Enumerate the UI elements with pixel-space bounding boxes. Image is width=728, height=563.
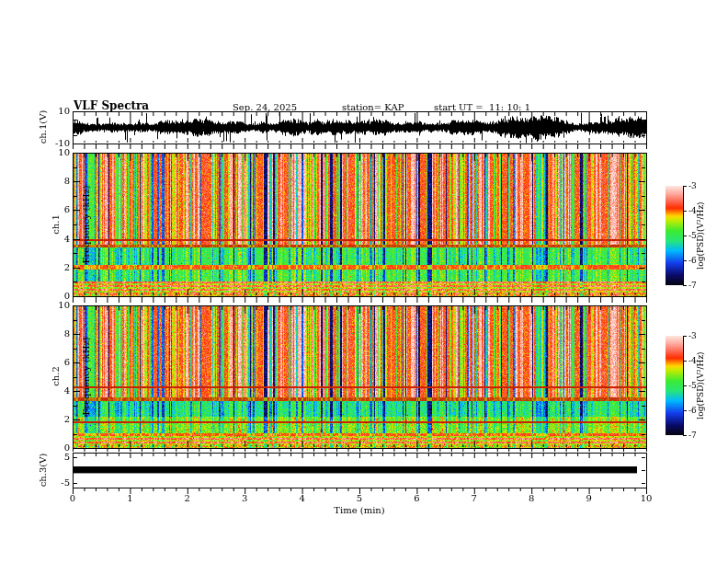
- vlf-spectra-figure: VLF Spectra Sep. 24, 2025 station= KAP s…: [0, 0, 728, 563]
- x-tick-label: 1: [116, 493, 143, 503]
- freq-tick-label: 2: [46, 262, 70, 272]
- x-tick-label: 5: [346, 493, 373, 503]
- x-tick-label: 4: [289, 493, 316, 503]
- colorbar-tick-label: -4: [688, 206, 709, 216]
- freq-tick-label: 10: [46, 147, 70, 157]
- freq-tick-label: 4: [46, 234, 70, 244]
- x-tick-label: 2: [174, 493, 201, 503]
- colorbar-tick-label: -6: [688, 256, 709, 266]
- freq-tick-label: 4: [46, 385, 70, 396]
- colorbar-tick-label: -7: [688, 431, 709, 441]
- header-date: Sep. 24, 2025: [233, 102, 297, 112]
- x-tick-label: 6: [403, 493, 430, 503]
- freq-tick-label: 6: [46, 204, 70, 214]
- figure-title: VLF Spectra: [74, 99, 149, 112]
- ch2-frequency-axis-label-line2: Frequency (kHz): [81, 326, 91, 427]
- ch1-frequency-axis-label-line1: ch.1: [51, 174, 61, 275]
- voltage-tick-label: 10: [46, 106, 70, 116]
- voltage-tick-label: -10: [46, 138, 70, 148]
- x-tick-label: 9: [575, 493, 603, 503]
- voltage-tick-label: -5: [46, 477, 70, 488]
- header-station: station= KAP: [342, 102, 404, 112]
- header-start-ut: start UT = 11: 10: 1: [434, 102, 530, 112]
- freq-tick-label: 10: [46, 300, 70, 310]
- ch2-frequency-axis-label-line1: ch.2: [51, 326, 61, 427]
- ch1-frequency-axis-label-line2: Frequency (kHz): [81, 174, 91, 275]
- freq-tick-label: 6: [46, 357, 70, 367]
- colorbar-tick-label: -5: [688, 231, 709, 241]
- x-tick-label: 10: [632, 493, 660, 503]
- freq-tick-label: 8: [46, 176, 70, 186]
- x-tick-label: 0: [59, 493, 86, 503]
- voltage-tick-label: 5: [46, 452, 70, 462]
- x-tick-label: 3: [231, 493, 258, 503]
- colorbar-tick-label: -5: [688, 381, 709, 391]
- x-tick-label: 8: [518, 493, 545, 503]
- freq-tick-label: 2: [46, 414, 70, 424]
- ch2-frequency-axis-label: ch.2 Frequency (kHz): [30, 326, 51, 427]
- colorbar-tick-label: -3: [688, 331, 709, 341]
- freq-tick-label: 8: [46, 328, 70, 339]
- colorbar-tick-label: -3: [688, 181, 709, 191]
- x-tick-label: 7: [461, 493, 488, 503]
- ch1-frequency-axis-label: ch.1 Frequency (kHz): [30, 174, 51, 275]
- time-axis-label: Time (min): [304, 505, 415, 515]
- colorbar-tick-label: -6: [688, 406, 709, 416]
- colorbar-tick-label: -7: [688, 281, 709, 291]
- axes-overlay: [0, 0, 728, 563]
- colorbar-tick-label: -4: [688, 356, 709, 366]
